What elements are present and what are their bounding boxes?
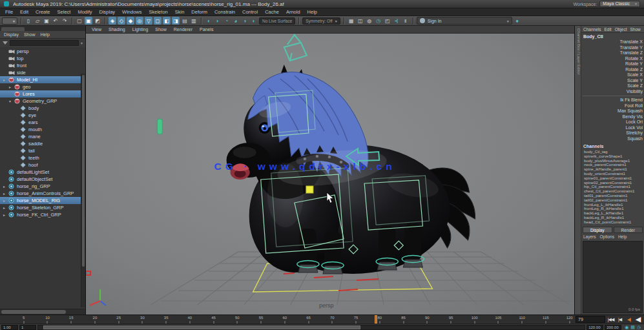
outliner-item-persp[interactable]: persp — [0, 48, 85, 55]
channel-attr-translate-x[interactable]: Translate X — [581, 39, 644, 45]
menu-skin[interactable]: Skin — [175, 9, 185, 15]
viewport-menu-shading[interactable]: Shading — [109, 27, 125, 32]
range-end-field-1[interactable] — [605, 325, 621, 330]
menu-modify[interactable]: Modify — [78, 9, 92, 15]
channel-attr-bendy-vis[interactable]: Bendy Vis — [581, 114, 644, 120]
channel-attr-translate-z[interactable]: Translate Z — [581, 50, 644, 56]
outliner-item-defaultlightset[interactable]: defaultLightSet — [0, 169, 85, 176]
channel-attr-lock-ori[interactable]: Lock Ori — [581, 119, 644, 125]
history-node-item[interactable]: body_Ctl_tag — [581, 150, 644, 154]
snap-to-projected-center-icon[interactable]: ◎ — [136, 17, 143, 25]
channel-attr-foot-roll[interactable]: Foot Roll — [581, 103, 644, 109]
outliner-item-mouth[interactable]: mouth — [0, 126, 85, 133]
layer-tab-render[interactable]: Render — [614, 227, 643, 233]
expand-arrow-icon[interactable]: ▸ — [2, 205, 6, 210]
undo-icon[interactable]: ↶ — [52, 17, 59, 25]
pause-icon[interactable]: ‖ — [402, 17, 410, 25]
outliner-item-geo[interactable]: ▸geo — [0, 83, 85, 90]
outliner-item-top[interactable]: top — [0, 55, 85, 62]
history-node-item[interactable]: spine02_parentConstraint1 — [581, 181, 644, 185]
history-node-item[interactable]: spine01_parentConstraint1 — [581, 176, 644, 181]
layer-menu-layers[interactable]: Layers — [583, 234, 596, 239]
channel-box-menu-object[interactable]: Object — [615, 27, 627, 32]
channel-box-vertical-tab[interactable]: Channel Box / Layer Editor — [577, 28, 581, 75]
history-node-item[interactable]: frontLeg_R_ikHandle1 — [581, 207, 644, 211]
range-start-field-0[interactable] — [1, 325, 18, 330]
signin-dropdown[interactable]: Sign In▾ — [417, 17, 512, 25]
workspace-selector[interactable]: Maya Classic ▾ — [599, 1, 640, 7]
expand-arrow-icon[interactable]: ▸ — [2, 191, 6, 196]
channel-attr-squash[interactable]: Squash — [581, 136, 644, 142]
render-settings-icon[interactable]: ◷ — [375, 17, 382, 25]
render-view-icon[interactable]: ▦ — [348, 17, 355, 25]
history-node-item[interactable]: backLeg_R_ikHandle1 — [581, 216, 644, 220]
range-slider-handle[interactable] — [43, 325, 360, 329]
range-end-field-0[interactable] — [587, 325, 603, 330]
filter-icon[interactable] — [3, 41, 8, 45]
outliner-item-horse_rig_grp[interactable]: ▸horse_rig_GRP — [0, 183, 85, 190]
redo-icon[interactable]: ↷ — [61, 17, 68, 25]
select-by-component-icon[interactable]: ◩ — [94, 17, 101, 25]
expand-arrow-icon[interactable]: ▸ — [2, 198, 6, 203]
menu-control[interactable]: Control — [242, 9, 258, 15]
menu-skeleton[interactable]: Skeleton — [149, 9, 168, 15]
step-back-key-button[interactable]: ◀| — [625, 316, 633, 324]
outliner-hscrollbar[interactable] — [0, 309, 85, 315]
viewport-menu-lighting[interactable]: Lighting — [132, 27, 149, 32]
snap-to-point-icon[interactable]: ◆ — [127, 17, 134, 25]
outliner-vscrollbar[interactable] — [81, 74, 85, 307]
open-scene-icon[interactable]: ▱ — [34, 17, 41, 25]
cache-icon[interactable]: ◐ — [250, 17, 258, 25]
snap-to-curve-icon[interactable]: ◇ — [118, 17, 125, 25]
expand-arrow-icon[interactable]: ▾ — [8, 99, 12, 103]
select-by-hierarchy-icon[interactable]: ▢ — [76, 17, 83, 25]
history-node-item[interactable]: spine_ikHandle_parent1 — [581, 167, 644, 172]
viewport-menu-renderer[interactable]: Renderer — [174, 27, 192, 32]
menu-select[interactable]: Select — [57, 9, 71, 15]
outliner-item-body[interactable]: body — [0, 105, 85, 112]
channel-attr-rotate-x[interactable]: Rotate X — [581, 56, 644, 62]
snap-to-grid-icon[interactable]: ◈ — [109, 17, 116, 25]
menu-display[interactable]: Display — [99, 9, 116, 15]
channel-attr-rotate-y[interactable]: Rotate Y — [581, 61, 644, 67]
snap-together-icon[interactable]: ◧ — [163, 17, 171, 25]
make-live-icon[interactable]: ◻ — [154, 17, 161, 25]
step-back-frame-button[interactable]: |◀ — [616, 316, 624, 324]
outliner-item-defaultobjectset[interactable]: defaultObjectSet — [0, 176, 85, 183]
history-node-item[interactable]: tail01_parentConstraint1 — [581, 194, 644, 198]
layer-list[interactable]: 0.0 fps — [583, 241, 643, 313]
history-node-item[interactable]: backLeg_L_ikHandle1 — [581, 211, 644, 216]
history-node-item[interactable]: head_Ctl_pointConstraint1 — [581, 220, 644, 225]
outliner-item-tail[interactable]: tail — [0, 147, 85, 154]
outliner-item-lores[interactable]: Lores — [0, 90, 85, 98]
viewport-menu-panels[interactable]: Panels — [200, 27, 213, 32]
channel-attr-max-squash[interactable]: Max Squash — [581, 108, 644, 114]
outliner-item-horse_model_rig[interactable]: ▸horse_MODEL_RIG — [0, 197, 85, 204]
expand-arrow-icon[interactable]: ▸ — [2, 77, 6, 82]
outliner-item-hoof[interactable]: hoof — [0, 161, 85, 169]
outliner-item-horse_animcontrols_grp[interactable]: ▸horse_AnimControls_GRP — [0, 190, 85, 197]
expand-arrow-icon[interactable]: ▸ — [2, 212, 6, 217]
menu-edit[interactable]: Edit — [20, 9, 28, 15]
channel-attr-scale-z[interactable]: Scale Z — [581, 83, 644, 89]
history-node-item[interactable]: neck_parentConstraint1 — [581, 163, 644, 167]
anim-layer-icon[interactable]: ▤ — [630, 325, 635, 330]
render-current-frame-icon[interactable]: ◫ — [357, 17, 364, 25]
outliner-item-model_hi[interactable]: ▸Model_HI — [0, 76, 85, 83]
viewport-menu-view[interactable]: View — [92, 27, 101, 32]
output-connections-icon[interactable]: ◗ — [214, 17, 222, 25]
symmetry-field[interactable]: Symmetry: Off▾ — [302, 17, 340, 25]
menu-file[interactable]: File — [5, 9, 13, 15]
evaluation-icon[interactable]: ◑ — [241, 17, 249, 25]
outliner-search-input[interactable] — [10, 40, 79, 46]
snap-to-view-plane-icon[interactable]: ▽ — [145, 17, 152, 25]
menu-deform[interactable]: Deform — [191, 9, 207, 15]
ipr-render-icon[interactable]: ◍ — [366, 17, 373, 25]
new-scene-icon[interactable]: ▯ — [25, 17, 32, 25]
viewport-canvas[interactable]: CG · www.qdrx-xlb.cn persp — [86, 34, 574, 315]
highlight-selection-icon[interactable]: ▥ — [190, 17, 198, 25]
outliner-item-eye[interactable]: eye — [0, 112, 85, 119]
chevron-down-icon[interactable]: ▾ — [81, 41, 83, 45]
outliner-item-geometry_grp[interactable]: ▾Geometry_GRP — [0, 98, 85, 105]
symmetry-mask-icon[interactable]: ◨ — [172, 17, 180, 25]
